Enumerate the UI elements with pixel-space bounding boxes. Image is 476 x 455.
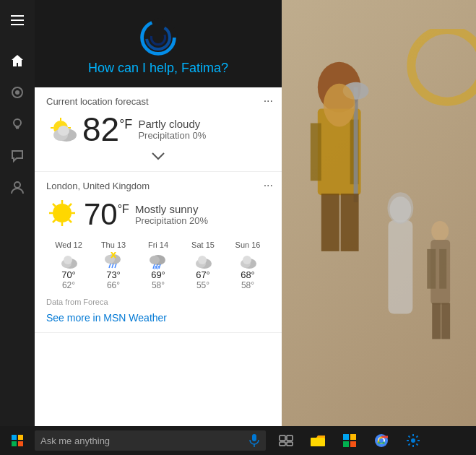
svg-point-12 — [431, 221, 449, 241]
start-button[interactable] — [0, 426, 35, 455]
svg-point-18 — [411, 30, 476, 102]
current-location-label: Current location forecast — [46, 96, 270, 107]
windows-logo-icon — [12, 435, 23, 446]
forecast-day-2-high: 73° — [106, 269, 121, 280]
sidebar-item-ideas[interactable] — [0, 110, 35, 139]
chrome-button[interactable] — [367, 426, 396, 455]
forecast-day-2-label: Thu 13 — [101, 240, 126, 249]
cortana-greeting: How can I help, Fatima? — [88, 61, 228, 76]
svg-point-85 — [379, 438, 384, 443]
london-weather-card: ··· London, United Kingdom 70 °F Mostly … — [35, 172, 282, 333]
current-weather-desc: Partly cloudy — [138, 118, 206, 130]
chrome-icon — [374, 433, 389, 448]
task-view-button[interactable] — [272, 426, 300, 455]
svg-rect-6 — [321, 194, 339, 251]
chat-icon — [11, 150, 24, 162]
svg-rect-17 — [441, 303, 450, 339]
bulb-icon — [11, 118, 24, 131]
svg-rect-25 — [16, 126, 20, 128]
svg-rect-7 — [341, 194, 359, 251]
svg-rect-21 — [11, 24, 24, 25]
chevron-down-icon — [151, 152, 165, 160]
forecast-day-5-high: 68° — [241, 269, 255, 280]
store-button[interactable] — [335, 426, 364, 455]
svg-rect-74 — [280, 436, 285, 441]
taskbar-icon-group — [272, 426, 428, 455]
svg-rect-15 — [439, 249, 446, 289]
cortana-panel: How can I help, Fatima? ··· Current loca… — [35, 0, 282, 426]
hamburger-icon — [11, 15, 24, 25]
see-more-weather-link[interactable]: See more in MSN Weather — [46, 312, 270, 324]
forecast-icon-5 — [238, 252, 258, 269]
taskbar-search-bar[interactable]: Ask me anything — [35, 430, 266, 451]
forecast-day-4-high: 67° — [196, 269, 210, 280]
svg-rect-82 — [350, 441, 356, 447]
home-icon — [11, 54, 24, 67]
forecast-day-5-low: 58° — [241, 280, 254, 290]
settings-button[interactable] — [399, 426, 428, 455]
forecast-day-5-label: Sun 16 — [235, 240, 261, 249]
people-icon — [11, 181, 24, 194]
forecast-row: Wed 12 70° 62° Thu 13 — [46, 240, 270, 290]
svg-point-86 — [411, 438, 415, 443]
svg-point-68 — [198, 256, 207, 264]
task-view-icon — [279, 435, 293, 446]
svg-rect-79 — [343, 434, 349, 440]
forecast-icon-3 — [148, 252, 168, 269]
svg-rect-20 — [11, 20, 24, 21]
svg-point-31 — [151, 30, 165, 44]
fantasy-characters-svg — [282, 29, 476, 426]
svg-rect-75 — [287, 436, 293, 441]
forecast-day-3-high: 69° — [151, 269, 165, 280]
london-location-label: London, United Kingdom — [46, 181, 270, 191]
london-temp-unit: °F — [118, 199, 129, 216]
current-precip: Precipitation 0% — [138, 130, 206, 141]
mostly-sunny-icon — [46, 197, 82, 232]
notebook-icon — [11, 86, 24, 99]
forecast-day-3: Fri 14 69° 58° — [136, 240, 181, 290]
svg-line-56 — [115, 264, 116, 268]
svg-rect-14 — [427, 249, 436, 289]
forecast-day-1: Wed 12 70° 62° — [46, 240, 91, 290]
forecast-day-2: Thu 13 73° 66° — [91, 240, 136, 290]
current-temp-unit: °F — [119, 113, 132, 132]
forecast-day-4-label: Sat 15 — [191, 240, 215, 249]
svg-point-8 — [324, 84, 355, 127]
sidebar-item-people[interactable] — [0, 173, 35, 202]
svg-rect-77 — [287, 442, 293, 446]
cortana-logo — [135, 14, 181, 61]
svg-rect-19 — [11, 15, 24, 17]
svg-rect-78 — [311, 438, 325, 446]
sidebar-item-feedback[interactable] — [0, 142, 35, 170]
svg-point-27 — [14, 182, 20, 188]
svg-line-45 — [53, 204, 56, 207]
cortana-sidebar — [0, 0, 35, 426]
london-weather-menu[interactable]: ··· — [264, 179, 273, 192]
svg-rect-81 — [343, 441, 349, 447]
cortana-header: How can I help, Fatima? — [35, 0, 282, 87]
forecast-day-4-low: 55° — [196, 280, 209, 290]
sidebar-item-hamburger[interactable] — [0, 6, 35, 35]
desktop-wallpaper — [282, 0, 476, 426]
sidebar-item-home[interactable] — [0, 46, 35, 75]
forecast-day-3-label: Fri 14 — [148, 240, 168, 249]
forecast-day-4: Sat 15 67° 55° — [181, 240, 225, 290]
current-temp: 82 — [82, 113, 119, 146]
svg-point-11 — [387, 192, 413, 224]
current-weather-menu[interactable]: ··· — [264, 95, 273, 108]
forecast-day-2-low: 66° — [107, 280, 120, 290]
current-weather-card: ··· Current location forecast 82 °F — [35, 87, 282, 172]
current-weather-display: 82 °F Partly cloudy Precipitation 0% — [46, 113, 270, 146]
svg-point-51 — [64, 256, 72, 264]
weather-expand-button[interactable] — [46, 149, 270, 162]
svg-rect-80 — [350, 434, 356, 440]
file-explorer-icon — [310, 434, 326, 447]
svg-rect-26 — [16, 128, 19, 129]
file-explorer-button[interactable] — [303, 426, 332, 455]
weather-source: Data from Foreca — [46, 298, 270, 306]
svg-rect-10 — [388, 220, 412, 314]
forecast-day-1-high: 70° — [61, 269, 76, 280]
svg-line-48 — [53, 220, 56, 222]
sidebar-item-notebook[interactable] — [0, 78, 35, 107]
svg-line-54 — [109, 264, 111, 268]
